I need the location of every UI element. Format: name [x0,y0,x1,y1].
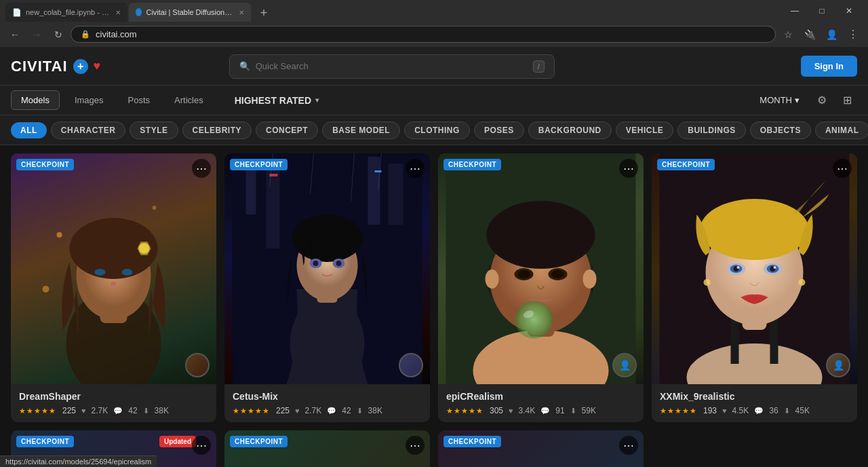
cat-poses[interactable]: POSES [474,122,524,139]
stars-1: ★ ★ ★ ★ ★ [19,407,56,415]
more-options-button[interactable]: ⋮ [844,25,863,44]
window-minimize[interactable]: — [781,1,808,20]
comments-count-4: 36 [769,406,778,415]
cat-celebrity[interactable]: CELEBRITY [182,122,252,139]
nav-articles[interactable]: Articles [165,91,213,109]
model-card-epicrealism[interactable]: CHECKPOINT ⋯ 👤 epiCRealism ★ ★ ★ ★ ★ 305 [438,153,644,422]
profile-button[interactable]: 👤 [822,25,841,44]
bookmark-button[interactable]: ☆ [778,25,797,44]
svg-rect-17 [375,170,382,172]
svg-point-36 [486,269,499,288]
portrait-svg-1 [11,153,216,384]
cat-clothing[interactable]: CLOTHING [404,122,470,139]
star-3-3: ★ [461,407,468,415]
extensions-button[interactable]: 🔌 [800,25,819,44]
model-card-xxmix[interactable]: CHECKPOINT ⋯ 👤 XXMix_9realistic ★ ★ ★ ★ … [652,153,857,422]
stars-3: ★ ★ ★ ★ ★ [446,407,483,415]
likes-icon-4: ♥ [722,407,727,415]
search-bar[interactable]: 🔍 / [229,54,555,79]
star-2-4: ★ [255,407,262,415]
cat-concept[interactable]: CONCEPT [256,122,318,139]
card-menu-1[interactable]: ⋯ [192,159,211,178]
card-menu-3[interactable]: ⋯ [619,159,638,178]
tab-close-2[interactable]: ✕ [239,9,244,16]
svg-point-29 [336,261,342,266]
back-button[interactable]: ← [5,25,24,44]
star-4-1: ★ [660,407,667,415]
star-5: ★ [49,407,56,415]
cat-style[interactable]: STYLE [130,122,178,139]
new-tab-button[interactable]: + [255,4,273,22]
star-3: ★ [34,407,41,415]
card-image-4 [652,153,857,384]
comments-icon-3: 💬 [540,407,550,415]
tab-close-1[interactable]: ✕ [115,9,121,16]
cat-buildings[interactable]: BUILDINGS [677,122,746,139]
nav-models[interactable]: Models [11,90,60,110]
star-4-2: ★ [667,407,674,415]
window-maximize[interactable]: □ [808,1,835,20]
star-4-3: ★ [675,407,682,415]
rating-count-2: 225 [276,406,290,415]
bottom-menu-2[interactable]: ⋯ [406,436,425,455]
card-info-2: Cetus-Mix ★ ★ ★ ★ ★ 225 ♥ 2.7K 💬 42 ⬇ [224,384,430,422]
cat-animal[interactable]: ANIMAL [815,122,868,139]
sign-in-button[interactable]: Sign In [801,56,857,77]
window-close[interactable]: ✕ [835,1,863,20]
bottom-menu-1[interactable]: ⋯ [192,436,211,455]
svg-point-9 [111,282,117,286]
tab-inactive[interactable]: 📄 new_colab_file.ipynb - Collabora... ✕ [5,3,127,22]
search-icon: 🔍 [239,61,250,71]
sort-button[interactable]: HIGHEST RATED ▾ [226,91,327,110]
card-menu-2[interactable]: ⋯ [406,159,425,178]
model-grid: CHECKPOINT ⋯ DreamShaper ★ ★ ★ ★ ★ 225 [11,153,857,422]
cat-objects[interactable]: OBJECTS [750,122,811,139]
cat-base-model[interactable]: BASE MODEL [322,122,400,139]
tab-active[interactable]: Civitai | Stable Diffusion models... ✕ [129,3,251,22]
svg-point-37 [583,269,597,288]
bottom-menu-3[interactable]: ⋯ [619,436,638,455]
svg-point-41 [552,270,564,278]
star-4-4: ★ [682,407,689,415]
model-card-dreamshaper[interactable]: CHECKPOINT ⋯ DreamShaper ★ ★ ★ ★ ★ 225 [11,153,216,422]
bottom-card-2[interactable]: CHECKPOINT ⋯ [224,430,430,467]
card-avatar-3: 👤 [612,353,637,377]
filter-options-button[interactable]: ⚙ [812,90,832,111]
logo-plus-button[interactable]: + [73,59,88,74]
sort-chevron-icon: ▾ [315,96,319,104]
address-bar[interactable]: 🔒 civitai.com [71,26,776,43]
comments-count-1: 42 [128,406,137,415]
downloads-icon-3: ⬇ [570,407,576,415]
downloads-count-3: 59K [582,406,596,415]
search-input[interactable] [256,61,528,71]
forward-button[interactable]: → [27,25,46,44]
card-title-3: epiCRealism [446,391,635,402]
card-badge-4: CHECKPOINT [657,159,715,170]
period-button[interactable]: MONTH ▾ [753,91,806,109]
cat-character[interactable]: CHARACTER [51,122,126,139]
cat-background[interactable]: BACKGROUND [528,122,612,139]
reload-button[interactable]: ↻ [49,25,68,44]
bottom-card-placeholder [652,430,857,467]
svg-point-40 [518,270,530,278]
window-controls: — □ ✕ [781,1,863,20]
likes-icon-2: ♥ [295,407,300,415]
bottom-card-3[interactable]: CHECKPOINT ⋯ [438,430,644,467]
model-card-cetus-mix[interactable]: CHECKPOINT ⋯ Cetus-Mix ★ ★ ★ ★ ★ 225 [224,153,430,422]
cat-all[interactable]: ALL [11,122,47,138]
card-menu-4[interactable]: ⋯ [833,159,852,178]
filter-right: MONTH ▾ ⚙ ⊞ [753,90,857,111]
card-badge-3: CHECKPOINT [443,159,501,170]
card-image-area-4: CHECKPOINT ⋯ 👤 [652,153,857,384]
svg-point-28 [313,261,319,266]
nav-images[interactable]: Images [65,91,113,109]
downloads-icon-1: ⬇ [143,407,149,415]
cat-vehicle[interactable]: VEHICLE [616,122,674,139]
svg-point-51 [704,279,711,286]
app-header: CIVITAI + ♥ 🔍 / Sign In [0,48,868,86]
tab-favicon-2 [136,8,142,16]
nav-posts[interactable]: Posts [119,91,160,109]
grid-view-button[interactable]: ⊞ [837,90,857,111]
svg-point-52 [799,279,806,286]
logo[interactable]: CIVITAI + ♥ [11,58,100,75]
